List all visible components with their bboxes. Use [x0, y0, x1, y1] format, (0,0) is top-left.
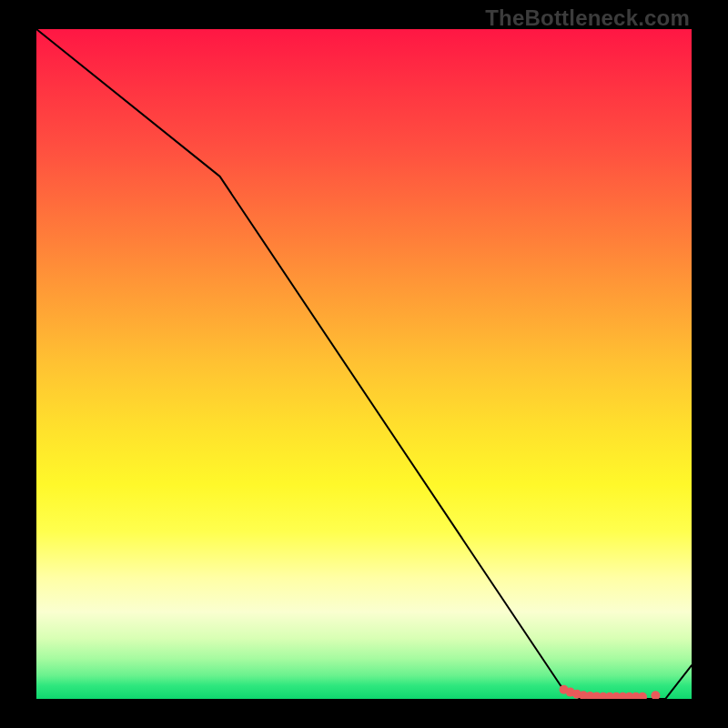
highlight-dot [651, 691, 660, 699]
chart-svg [36, 29, 692, 699]
watermark-text: TheBottleneck.com [485, 5, 690, 31]
plot-area [36, 29, 692, 699]
chart-frame: TheBottleneck.com [0, 0, 728, 728]
highlight-dot [638, 693, 647, 699]
highlight-dots [560, 685, 661, 699]
curve-line [36, 29, 692, 699]
